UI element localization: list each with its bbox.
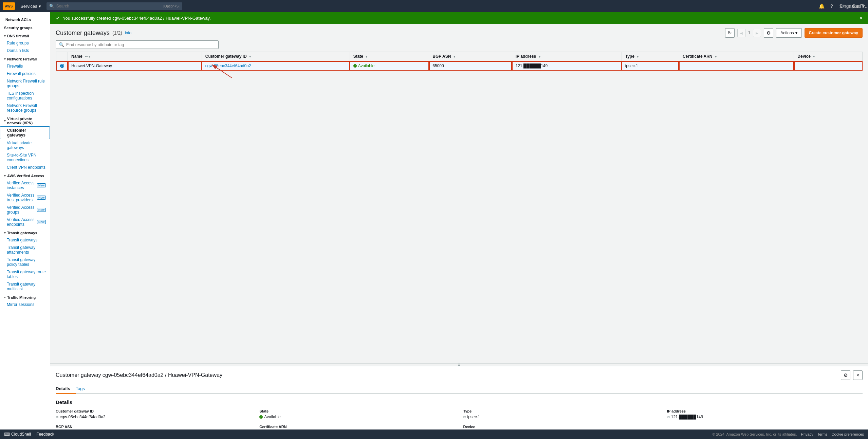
pagination-next-button[interactable]: ▶ xyxy=(753,29,761,37)
actions-button[interactable]: Actions ▾ xyxy=(776,28,801,38)
sidebar-item-firewalls[interactable]: Firewalls xyxy=(0,62,50,70)
sidebar-section-security-groups[interactable]: Security groups xyxy=(0,23,50,31)
global-search-input[interactable] xyxy=(56,4,161,8)
sidebar-item-nf-resource-groups[interactable]: Network Firewall resource groups xyxy=(0,102,50,114)
row-id-link[interactable]: cgw-05ebc344ef64ad0a2 xyxy=(205,63,251,68)
detail-state: State Available xyxy=(259,409,455,419)
sidebar: Network ACLs Security groups ▾ DNS firew… xyxy=(0,12,50,439)
cookie-preferences-link[interactable]: Cookie preferences xyxy=(832,432,864,436)
table-col-ip-address[interactable]: IP address ▾ xyxy=(512,52,622,61)
table-settings-icon: ⚙ xyxy=(767,30,771,36)
table-col-bgp-asn[interactable]: BGP ASN ▾ xyxy=(429,52,512,61)
global-search-bar[interactable]: 🔍 [Option+S] xyxy=(47,2,182,10)
success-banner-close-button[interactable]: × xyxy=(860,15,863,21)
sidebar-item-rule-groups[interactable]: Rule groups xyxy=(0,39,50,47)
sidebar-section-verified-access[interactable]: ▾ AWS Verified Access xyxy=(0,171,50,179)
sidebar-section-dns-firewall[interactable]: ▾ DNS firewall xyxy=(0,31,50,39)
sidebar-item-client-vpn-endpoints[interactable]: Client VPN endpoints xyxy=(0,164,50,171)
sidebar-section-transit-gateways-label: Transit gateways xyxy=(7,231,37,235)
sidebar-section-vpn[interactable]: ▾ Virtual private network (VPN) xyxy=(0,114,50,126)
table-col-type[interactable]: Type ▾ xyxy=(622,52,679,61)
sidebar-item-verified-access-groups[interactable]: Verified Access groupsNew xyxy=(0,204,50,216)
cloudshell-button[interactable]: ⌨ CloudShell xyxy=(4,432,31,437)
refresh-button[interactable]: ↻ xyxy=(725,28,735,38)
row-radio-cell[interactable] xyxy=(56,61,68,71)
page-number: 1 xyxy=(747,31,752,35)
detail-ip-text: 121.██████149 xyxy=(671,415,703,419)
sidebar-item-transit-gateways[interactable]: Transit gateways xyxy=(0,236,50,244)
create-customer-gateway-button[interactable]: Create customer gateway xyxy=(805,28,863,38)
sidebar-item-tls-inspection[interactable]: TLS inspection configurations xyxy=(0,90,50,102)
col-device-sort-icon: ▾ xyxy=(813,55,815,58)
sidebar-item-verified-access-instances[interactable]: Verified Access instancesNew xyxy=(0,179,50,191)
sidebar-section-security-groups-label: Security groups xyxy=(4,26,33,30)
services-button[interactable]: Services ▾ xyxy=(18,2,44,10)
detail-settings-button[interactable]: ⚙ xyxy=(841,370,850,380)
row-id-cell[interactable]: cgw-05ebc344ef64ad0a2 xyxy=(202,61,350,71)
sidebar-item-verified-access-trust-providers[interactable]: Verified Access trust providersNew xyxy=(0,191,50,204)
feedback-label: Feedback xyxy=(36,432,54,437)
terms-link[interactable]: Terms xyxy=(817,432,828,436)
sidebar-item-mirror-sessions[interactable]: Mirror sessions xyxy=(0,301,50,308)
detail-device-label: Device xyxy=(463,425,659,429)
sidebar-item-verified-access-endpoints[interactable]: Verified Access endpointsNew xyxy=(0,216,50,228)
sidebar-section-transit-gateways[interactable]: ▾ Transit gateways xyxy=(0,228,50,236)
sidebar-item-customer-gateways[interactable]: Customer gateways xyxy=(0,126,50,139)
feedback-button[interactable]: Feedback xyxy=(36,432,54,437)
sidebar-item-transit-gateway-route-tables[interactable]: Transit gateway route tables xyxy=(0,268,50,280)
detail-state-label: State xyxy=(259,409,455,413)
sidebar-item-site-to-site-vpn[interactable]: Site-to-Site VPN connections xyxy=(0,151,50,164)
help-icon[interactable]: ? xyxy=(829,3,835,9)
col-name-sort-icon: ✏ ▾ xyxy=(85,55,90,58)
table-info-link[interactable]: info xyxy=(125,31,131,35)
tab-tags[interactable]: Tags xyxy=(76,384,90,394)
search-box-icon: 🔍 xyxy=(59,42,64,47)
col-bgp-asn-label: BGP ASN xyxy=(432,54,451,59)
table-col-device[interactable]: Device ▾ xyxy=(794,52,863,61)
col-type-label: Type xyxy=(625,54,634,59)
actions-label: Actions xyxy=(780,31,794,35)
tab-tags-label: Tags xyxy=(76,386,85,391)
table-actions: ↻ ◀ 1 ▶ ⚙ Actions ▾ Create c xyxy=(725,28,863,38)
notification-bell-icon[interactable]: 🔔 xyxy=(818,3,825,9)
copy-icon-type[interactable]: ⧉ xyxy=(463,415,466,419)
sidebar-item-nf-rule-groups[interactable]: Network Firewall rule groups xyxy=(0,77,50,90)
table-settings-button[interactable]: ⚙ xyxy=(764,28,773,38)
sidebar-item-domain-lists[interactable]: Domain lists xyxy=(0,47,50,54)
table-col-name[interactable]: Name ✏ ▾ xyxy=(68,52,202,61)
sidebar-item-virtual-private-gateways[interactable]: Virtual private gateways xyxy=(0,139,50,151)
status-available-label: Available xyxy=(358,63,374,68)
detail-type-text: ipsec.1 xyxy=(467,415,480,419)
success-check-icon: ✓ xyxy=(56,15,60,21)
table-row[interactable]: Huawei-VPN-Gateway cgw-05ebc344ef64ad0a2… xyxy=(56,61,863,71)
nav-right: 🔔 ? ⚙ Singapore ▾ CarlTr... ▾ xyxy=(818,3,865,9)
sidebar-section-traffic-mirroring[interactable]: ▾ Traffic Mirroring xyxy=(0,293,50,301)
copy-icon-id[interactable]: ⧉ xyxy=(56,415,58,419)
pagination-prev-button[interactable]: ◀ xyxy=(737,29,745,37)
table-col-state[interactable]: State ▾ xyxy=(350,52,429,61)
sidebar-item-transit-gateway-attachments[interactable]: Transit gateway attachments xyxy=(0,244,50,256)
col-name-label: Name xyxy=(71,54,82,59)
sidebar-section-network-firewall[interactable]: ▾ Network Firewall xyxy=(0,54,50,62)
sidebar-item-transit-gateway-multicast[interactable]: Transit gateway multicast xyxy=(0,280,50,293)
table-col-id[interactable]: Customer gateway ID ▾ xyxy=(202,52,350,61)
row-radio-button[interactable] xyxy=(60,64,64,68)
resize-handle[interactable]: ≡ xyxy=(50,363,868,366)
tab-details[interactable]: Details xyxy=(56,384,76,394)
table-col-cert-arn[interactable]: Certificate ARN ▾ xyxy=(679,52,794,61)
detail-customer-gateway-id: Customer gateway ID ⧉ cgw-05ebc344ef64ad… xyxy=(56,409,251,419)
cloudshell-icon: ⌨ xyxy=(4,432,10,437)
sidebar-item-transit-gateway-policy-tables[interactable]: Transit gateway policy tables xyxy=(0,256,50,268)
user-menu[interactable]: CarlTr... ▾ xyxy=(859,3,865,9)
detail-type-value: ⧉ ipsec.1 xyxy=(463,415,659,419)
detail-status-dot xyxy=(259,415,263,419)
copy-icon-ip[interactable]: ⧉ xyxy=(667,415,670,419)
table-title-area: Customer gateways (1/2) info xyxy=(56,30,131,37)
search-input[interactable] xyxy=(66,42,216,47)
sidebar-section-network-acls[interactable]: Network ACLs xyxy=(0,15,50,23)
privacy-link[interactable]: Privacy xyxy=(801,432,813,436)
search-box[interactable]: 🔍 xyxy=(56,40,219,49)
sidebar-item-firewall-policies[interactable]: Firewall policies xyxy=(0,70,50,77)
detail-title-actions: ⚙ × xyxy=(841,370,863,380)
detail-close-button[interactable]: × xyxy=(853,370,863,380)
